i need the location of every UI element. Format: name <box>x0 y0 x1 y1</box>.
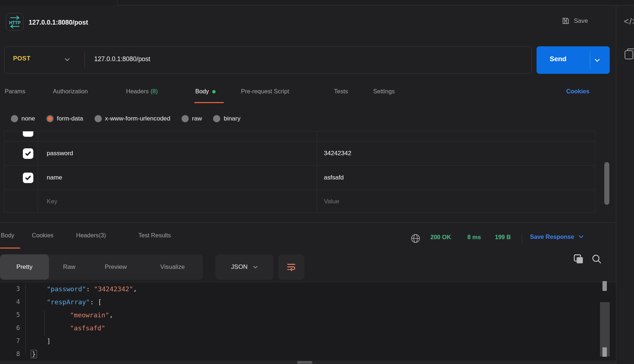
response-time[interactable]: 8 ms <box>467 234 481 241</box>
response-body-viewer[interactable]: 3 "password": "34242342", 4 "respArray":… <box>0 282 616 361</box>
form-key-field[interactable]: password <box>38 150 317 157</box>
radio-selected-icon <box>46 115 54 122</box>
send-split-divider <box>590 51 590 69</box>
line-number: 8 <box>0 350 20 357</box>
wrap-lines-button[interactable] <box>278 254 304 280</box>
tab-params[interactable]: Params <box>5 88 25 95</box>
code-scrollbar-thumb[interactable] <box>602 347 607 357</box>
code-line: 4 "respArray": [ <box>0 295 616 308</box>
wrap-lines-icon <box>286 262 296 272</box>
body-modified-dot <box>212 90 216 93</box>
response-tab-cookies[interactable]: Cookies <box>32 232 54 239</box>
view-raw[interactable]: Raw <box>49 254 89 280</box>
line-number: 4 <box>0 298 20 305</box>
headers-count-badge: (8) <box>150 88 158 94</box>
view-visualize[interactable]: Visualize <box>142 254 203 280</box>
radio-icon <box>213 115 220 122</box>
table-row-partial <box>4 131 595 141</box>
status-code[interactable]: 200 OK <box>430 234 451 241</box>
vertical-scrollbar-thumb[interactable] <box>604 162 609 205</box>
format-select[interactable]: JSON <box>216 254 274 280</box>
tab-tests[interactable]: Tests <box>334 88 348 95</box>
response-view-switcher: Pretty Raw Preview Visualize <box>0 254 203 280</box>
horizontal-scrollbar-thumb[interactable] <box>297 361 312 364</box>
active-response-tab-underline <box>0 247 20 249</box>
format-label: JSON <box>231 263 247 271</box>
code-line: 3 "password": "34242342", <box>0 282 616 295</box>
response-tab-test-results[interactable]: Test Results <box>138 232 171 239</box>
code-snippet-icon[interactable]: </> <box>624 16 634 26</box>
tab-body[interactable]: Body <box>195 88 216 95</box>
code-line: 8 } <box>0 347 616 360</box>
response-tab-body[interactable]: Body <box>1 232 14 239</box>
code-line: 6 "asfsafd" <box>0 321 616 334</box>
checkbox-clipped[interactable] <box>23 131 33 137</box>
url-input-container <box>4 46 532 74</box>
radio-binary[interactable]: binary <box>213 115 240 122</box>
send-label: Send <box>550 55 566 63</box>
radio-raw[interactable]: raw <box>182 115 202 122</box>
save-label: Save <box>574 17 588 25</box>
line-number: 3 <box>0 285 20 292</box>
line-number: 5 <box>0 311 20 318</box>
tab-prerequest-script[interactable]: Pre-request Script <box>241 88 289 95</box>
request-title: 127.0.0.1:8080/post <box>29 19 88 26</box>
radio-icon <box>95 115 102 122</box>
chevron-down-icon[interactable] <box>64 58 70 62</box>
response-headers-count: (3) <box>99 232 106 238</box>
form-value-field[interactable]: 34242342 <box>317 150 595 157</box>
http-method-badge: HTTP <box>6 13 24 31</box>
form-key-field[interactable]: name <box>38 174 317 181</box>
tab-authorization[interactable]: Authorization <box>53 88 88 95</box>
cookies-link[interactable]: Cookies <box>566 88 589 95</box>
documentation-icon[interactable] <box>624 48 634 60</box>
tab-strip-border <box>117 5 634 5</box>
table-row[interactable]: password 34242342 <box>4 141 595 166</box>
save-icon <box>562 17 570 25</box>
line-number: 6 <box>0 324 20 331</box>
matched-bracket: } <box>31 350 37 358</box>
view-pretty[interactable]: Pretty <box>0 254 49 280</box>
chevron-down-icon <box>579 235 584 238</box>
save-button[interactable]: Save <box>562 17 588 25</box>
tab-strip-divider <box>117 0 117 5</box>
save-response-label: Save Response <box>530 233 574 240</box>
status-divider <box>522 233 522 244</box>
method-selector[interactable]: POST <box>13 55 30 62</box>
http-badge-label: HTTP <box>9 20 20 25</box>
table-row[interactable]: name asfsafd <box>4 166 595 190</box>
tab-headers[interactable]: Headers(8) <box>126 88 158 95</box>
form-value-field[interactable]: asfsafd <box>317 174 595 181</box>
chevron-down-icon <box>253 266 258 269</box>
radio-form-data[interactable]: form-data <box>46 115 83 122</box>
radio-icon <box>11 115 18 122</box>
key-placeholder[interactable]: Key <box>38 198 317 205</box>
radio-x-www-form-urlencoded[interactable]: x-www-form-urlencoded <box>95 115 170 122</box>
value-placeholder[interactable]: Value <box>317 198 595 205</box>
response-tab-headers[interactable]: Headers(3) <box>76 232 106 239</box>
code-scrollbar-thumb[interactable] <box>602 281 607 291</box>
indent-guide <box>25 285 26 353</box>
response-size[interactable]: 199 B <box>495 234 511 241</box>
save-response-button[interactable]: Save Response <box>530 233 584 240</box>
form-data-table: password 34242342 name asfsafd Key Value <box>4 131 595 213</box>
url-input[interactable]: 127.0.0.1:8080/post <box>94 55 150 63</box>
code-line: 5 "meowrain", <box>0 308 616 321</box>
table-row-placeholder[interactable]: Key Value <box>4 190 595 213</box>
code-line: 7 ] <box>0 334 616 347</box>
method-url-divider <box>84 51 85 68</box>
checkbox-checked[interactable] <box>23 148 33 159</box>
tab-settings[interactable]: Settings <box>373 88 395 95</box>
active-tab-underline <box>194 102 224 103</box>
chevron-down-icon[interactable] <box>595 59 600 62</box>
network-globe-icon[interactable] <box>410 233 421 244</box>
copy-response-icon[interactable] <box>573 254 584 264</box>
send-button[interactable]: Send <box>537 46 610 74</box>
checkbox-checked[interactable] <box>23 173 33 183</box>
radio-icon <box>182 115 189 122</box>
view-preview[interactable]: Preview <box>89 254 142 280</box>
search-response-icon[interactable] <box>591 254 602 264</box>
body-type-options: none form-data x-www-form-urlencoded raw… <box>11 113 241 125</box>
radio-none[interactable]: none <box>11 115 35 122</box>
request-response-divider[interactable] <box>0 222 616 223</box>
